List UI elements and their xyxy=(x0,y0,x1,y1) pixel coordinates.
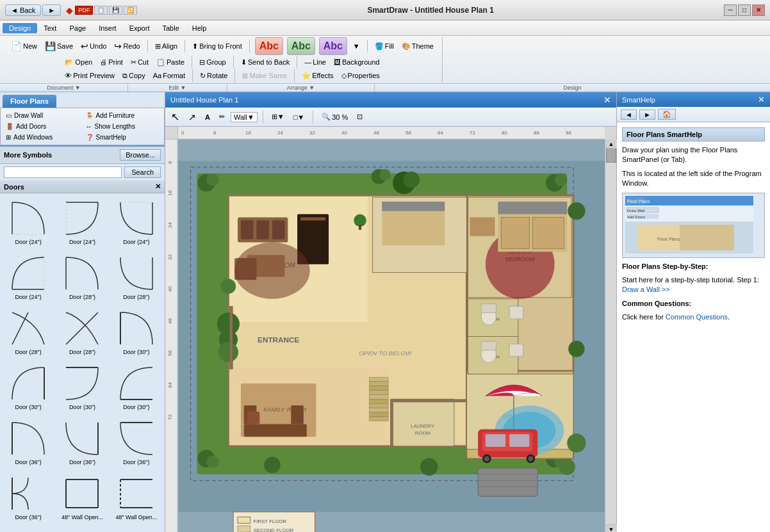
separator xyxy=(263,111,263,124)
scrollbar-up-arrow[interactable]: ▲ xyxy=(605,140,617,149)
send-back-button[interactable]: ⬇ Send to Back xyxy=(238,56,293,69)
door-item[interactable]: Door (28") xyxy=(56,251,108,303)
door-item[interactable]: Door (30") xyxy=(56,361,108,414)
effects-button[interactable]: ⭐ Effects xyxy=(299,70,336,82)
menu-table[interactable]: Table xyxy=(156,23,185,33)
menu-export[interactable]: Export xyxy=(123,23,156,33)
door-item[interactable]: Door (24") xyxy=(56,196,108,248)
fit-button[interactable]: ⊡ xyxy=(354,111,366,123)
restore-button[interactable]: □ xyxy=(738,4,751,16)
door-item[interactable]: Door (28") xyxy=(3,306,54,359)
rotate-button[interactable]: ↻ Rotate xyxy=(197,70,231,82)
smarthelp-button[interactable]: ❓ SmartHelp xyxy=(83,133,162,142)
doors-close-icon[interactable]: ✕ xyxy=(155,182,161,191)
door-item[interactable]: 48" Wall Open... xyxy=(56,471,108,524)
undo-button[interactable]: ↩ Undo xyxy=(78,39,110,53)
select-tool[interactable]: ↖ xyxy=(168,109,183,125)
vertical-scrollbar[interactable]: ▲ ▼ xyxy=(605,140,616,532)
align-button[interactable]: ⊞ Align xyxy=(152,40,181,52)
smarthelp-back-button[interactable]: ◄ xyxy=(621,109,637,120)
cut-icon: ✂ xyxy=(131,58,136,67)
search-button[interactable]: Search xyxy=(124,166,161,178)
close-button[interactable]: ✕ xyxy=(752,4,765,16)
paste-button[interactable]: 📋 Paste xyxy=(153,56,188,69)
cut-button[interactable]: ✂ Cut xyxy=(127,56,152,69)
smarthelp-para2: This is located at the left side of the … xyxy=(622,169,765,189)
smarthelp-questions-title: Common Questions: xyxy=(622,299,765,309)
theme-button[interactable]: 🎨 Theme xyxy=(398,40,437,52)
abc-dropdown[interactable]: ▼ xyxy=(350,40,363,52)
door-item[interactable]: Door (36") xyxy=(111,416,162,469)
browse-button[interactable]: Browse... xyxy=(120,149,161,161)
format-button[interactable]: Aa Format xyxy=(150,70,188,81)
fill-button[interactable]: 🪣 Fill xyxy=(372,40,397,52)
door-label: Door (30") xyxy=(69,404,95,410)
smarthelp-close-button[interactable]: ✕ xyxy=(758,95,765,104)
line-button[interactable]: — Line xyxy=(301,56,329,68)
draw-wall-button[interactable]: ▭ Draw Wall xyxy=(3,111,82,120)
abc-purple-button[interactable]: Abc xyxy=(319,37,347,55)
shape-button[interactable]: □▼ xyxy=(290,111,308,123)
door-item[interactable]: Door (30") xyxy=(3,361,54,414)
door-icon: 🚪 xyxy=(6,123,13,130)
door-item[interactable]: 48" Wall Open... xyxy=(111,471,162,524)
snap-button[interactable]: ⊞▼ xyxy=(268,111,288,123)
menu-design[interactable]: Design xyxy=(3,23,37,33)
door-item[interactable]: Door (36") xyxy=(3,471,54,524)
svg-text:96: 96 xyxy=(566,130,571,136)
floor-plans-tab[interactable]: Floor Plans xyxy=(3,95,56,108)
print-button[interactable]: 🖨 Print xyxy=(97,56,126,68)
abc-red-button[interactable]: Abc xyxy=(255,37,283,55)
svg-rect-105 xyxy=(481,304,496,313)
back-button[interactable]: ◄ Back xyxy=(5,4,41,16)
abc-green-button[interactable]: Abc xyxy=(287,37,315,55)
make-same-button[interactable]: ⊠ Make Same xyxy=(239,70,290,82)
svg-rect-143 xyxy=(238,517,250,524)
pencil-tool[interactable]: ✏ xyxy=(216,111,228,123)
bring-front-button[interactable]: ⬆ Bring to Front xyxy=(189,40,245,52)
properties-button[interactable]: ◇ Properties xyxy=(338,70,383,82)
text-tool[interactable]: A xyxy=(202,111,213,123)
svg-rect-152 xyxy=(370,391,388,395)
group-button[interactable]: ⊟ Group xyxy=(196,56,229,69)
open-button[interactable]: 📂 Open xyxy=(61,56,95,69)
door-item[interactable]: Door (24") xyxy=(3,196,54,248)
door-item[interactable]: Door (30") xyxy=(111,306,162,359)
forward-button[interactable]: ► xyxy=(42,4,61,16)
door-item[interactable]: Door (28") xyxy=(56,306,108,359)
smarthelp-forward-button[interactable]: ► xyxy=(639,109,655,120)
door-item[interactable]: Door (36") xyxy=(56,416,108,469)
minimize-button[interactable]: ─ xyxy=(724,4,737,16)
door-item[interactable]: Door (30") xyxy=(111,361,162,414)
menu-help[interactable]: Help xyxy=(186,23,213,33)
smarthelp-step-link[interactable]: Draw a Wall >> xyxy=(622,286,670,293)
door-item[interactable]: Door (24") xyxy=(111,196,162,248)
svg-text:24: 24 xyxy=(167,222,173,228)
canvas-close-button[interactable]: ✕ xyxy=(603,95,611,105)
add-windows-button[interactable]: ⊞ Add Windows xyxy=(3,133,82,142)
menu-text[interactable]: Text xyxy=(37,23,63,33)
search-input[interactable] xyxy=(4,166,122,178)
show-lengths-button[interactable]: ↔ Show Lengths xyxy=(83,122,162,131)
menu-page[interactable]: Page xyxy=(63,23,92,33)
svg-point-55 xyxy=(206,173,219,186)
background-button[interactable]: 🖼 Background xyxy=(331,56,383,68)
door-item[interactable]: Door (28") xyxy=(111,251,162,303)
smarthelp-questions-link[interactable]: Common Questions xyxy=(666,313,728,321)
door-item[interactable]: Door (36") xyxy=(3,416,54,469)
zoom-button[interactable]: 🔍 30 % xyxy=(318,111,351,123)
scrollbar-down-arrow[interactable]: ▼ xyxy=(605,524,617,532)
canvas-drawing-area[interactable]: LIVING ROOM ENTRANCE OPEN TO BELOW FAMIL… xyxy=(178,140,605,532)
wall-selector[interactable]: Wall ▼ xyxy=(231,112,258,122)
copy-button[interactable]: ⧉ Copy xyxy=(119,70,149,82)
pointer-tool[interactable]: ↗ xyxy=(185,110,199,124)
door-item[interactable]: Door (24") xyxy=(3,251,54,303)
add-doors-button[interactable]: 🚪 Add Doors xyxy=(3,122,82,131)
smarthelp-home-button[interactable]: 🏠 xyxy=(658,109,676,120)
menu-insert[interactable]: Insert xyxy=(92,23,123,33)
add-furniture-button[interactable]: 🪑 Add Furniture xyxy=(83,111,162,120)
preview-button[interactable]: 👁 Print Preview xyxy=(61,70,118,81)
save-button[interactable]: 💾 Save xyxy=(42,39,76,53)
new-button[interactable]: 📄 New xyxy=(8,39,40,53)
redo-button[interactable]: ↪ Redo xyxy=(111,39,143,53)
